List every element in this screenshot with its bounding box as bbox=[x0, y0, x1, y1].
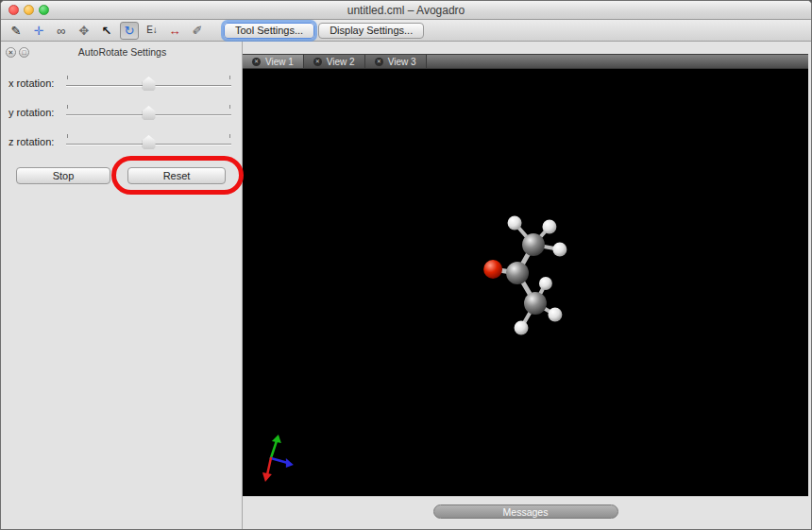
panel-header: ✕ □ AutoRotate Settings bbox=[1, 42, 242, 62]
selection-tool-icon[interactable]: ↖ bbox=[97, 22, 116, 40]
stop-button[interactable]: Stop bbox=[16, 167, 110, 184]
tool-settings-button[interactable]: Tool Settings... bbox=[224, 23, 314, 39]
tab-label: View 2 bbox=[327, 57, 355, 67]
status-strip: Messages bbox=[243, 496, 808, 530]
tab-label: View 1 bbox=[265, 57, 294, 67]
rotation-sliders: x rotation: y rotation: z rotation: bbox=[1, 68, 242, 156]
auto-optimize-tool-icon[interactable]: E↓ bbox=[143, 22, 161, 40]
draw-tool-icon[interactable]: ✎ bbox=[7, 22, 25, 40]
messages-button[interactable]: Messages bbox=[433, 504, 618, 519]
z-rotation-slider[interactable] bbox=[65, 132, 232, 150]
manipulate-tool-icon[interactable]: ✥ bbox=[75, 22, 93, 40]
app-window: untitled.cml – Avogadro ✎ ✛ ∞ ✥ ↖ ↻ E↓ ↔… bbox=[0, 0, 812, 530]
view-tabbar: ✕ View 1 ✕ View 2 ✕ View 3 bbox=[243, 54, 808, 69]
auto-rotate-tool-icon[interactable]: ↻ bbox=[120, 22, 139, 40]
tab-close-icon[interactable]: ✕ bbox=[375, 58, 383, 66]
x-rotation-label: x rotation: bbox=[8, 77, 61, 89]
3d-viewport-canvas[interactable] bbox=[243, 69, 808, 496]
align-tool-icon[interactable]: ✐ bbox=[188, 22, 207, 40]
x-rotation-slider[interactable] bbox=[65, 74, 232, 92]
tab-close-icon[interactable]: ✕ bbox=[313, 58, 322, 66]
y-rotation-slider[interactable] bbox=[65, 103, 232, 121]
molecule-render bbox=[243, 69, 808, 496]
tab-label: View 3 bbox=[388, 57, 416, 67]
tab-view-2[interactable]: ✕ View 2 bbox=[304, 55, 365, 68]
window-title: untitled.cml – Avogadro bbox=[1, 4, 811, 17]
panel-close-icon[interactable]: ✕ bbox=[6, 47, 16, 58]
tab-view-1[interactable]: ✕ View 1 bbox=[243, 55, 304, 68]
bond-centric-manipulate-tool-icon[interactable]: ∞ bbox=[52, 22, 71, 40]
slider-thumb[interactable] bbox=[143, 77, 156, 91]
x-rotation-row: x rotation: bbox=[1, 68, 242, 97]
tab-close-icon[interactable]: ✕ bbox=[252, 58, 261, 66]
slider-thumb[interactable] bbox=[143, 135, 156, 149]
navigate-tool-icon[interactable]: ✛ bbox=[29, 22, 48, 40]
panel-float-icon[interactable]: □ bbox=[19, 47, 29, 58]
z-rotation-row: z rotation: bbox=[1, 127, 242, 156]
viewport-area: ✕ View 1 ✕ View 2 ✕ View 3 bbox=[243, 42, 811, 530]
display-settings-button[interactable]: Display Settings... bbox=[318, 23, 424, 39]
titlebar: untitled.cml – Avogadro bbox=[1, 1, 811, 20]
axes-indicator bbox=[262, 435, 294, 482]
measure-tool-icon[interactable]: ↔ bbox=[165, 22, 184, 40]
slider-thumb[interactable] bbox=[143, 106, 156, 120]
panel-title: AutoRotate Settings bbox=[32, 46, 237, 58]
toolbar: ✎ ✛ ∞ ✥ ↖ ↻ E↓ ↔ ✐ Tool Settings... Disp… bbox=[1, 20, 811, 42]
tab-view-3[interactable]: ✕ View 3 bbox=[365, 55, 427, 68]
y-rotation-label: y rotation: bbox=[8, 107, 61, 118]
reset-button[interactable]: Reset bbox=[127, 167, 226, 184]
z-rotation-label: z rotation: bbox=[8, 136, 61, 147]
autorotate-settings-panel: ✕ □ AutoRotate Settings x rotation: y ro… bbox=[1, 42, 243, 530]
y-rotation-row: y rotation: bbox=[1, 97, 242, 127]
